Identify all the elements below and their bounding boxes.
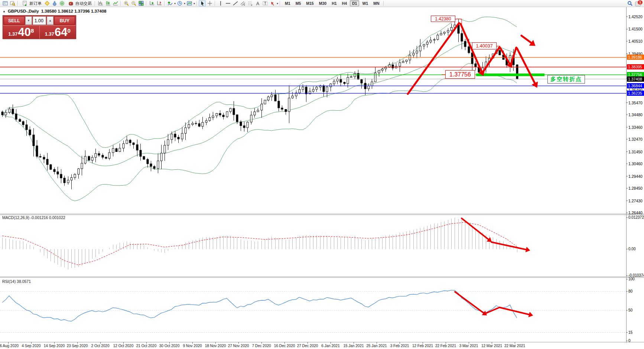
candle [12,109,14,114]
date-axis-label: 16 Dec 2020 [274,344,295,348]
turning-point-note[interactable]: 多空转折点 [547,75,585,84]
chart-header: ▲ GBPUSD-,Daily 1.38580 1.38612 1.37396 … [3,9,107,13]
candle [102,155,104,157]
trend-arrow[interactable] [500,307,530,315]
candle [108,153,110,159]
candle [354,74,356,77]
candle [350,77,352,78]
volume-increment-button[interactable]: ▲ [47,16,53,25]
macd-axis-tick: 0.012372 [628,215,644,220]
candle [302,87,304,89]
date-axis-label: 15 Jan 2021 [343,344,364,348]
rsi-line [2,290,517,322]
candle [136,145,138,150]
candle [216,113,218,116]
candle [140,150,142,157]
price-axis-tick: 1.31450 [628,150,643,154]
candle [167,140,169,145]
candle [392,65,394,68]
trend-arrow-head [528,312,533,317]
price-axis-tick: 1.26440 [628,211,643,215]
volume-input[interactable]: 1.00 [33,16,46,25]
candle [95,154,97,157]
candle [43,157,45,159]
price-callout-high[interactable]: 1.42380 [431,16,455,22]
trend-arrow[interactable] [483,47,500,72]
candle [143,156,145,159]
rsi-axis-tick: 50 [628,308,632,313]
candle [39,156,41,157]
candle [330,84,332,87]
candle [53,169,55,172]
candle [164,145,166,153]
candle [340,79,342,82]
price-axis-tick: 1.42520 [628,14,643,19]
macd-pane[interactable] [2,218,530,270]
sell-price-pips: 40 [18,26,30,38]
date-axis-label: 12 Oct 2020 [113,344,133,348]
candle [71,177,72,180]
candle [305,87,307,94]
buy-price[interactable]: 1.37 64 0 [40,26,76,39]
candle [333,81,335,84]
candle [123,144,124,148]
price-marker-1.36844: 1.36844 [627,83,644,88]
date-axis-label: 9 Nov 2020 [183,344,202,348]
candle [60,174,62,178]
candle [326,87,328,92]
candle [160,153,162,161]
rsi-axis-tick: 15 [628,330,632,335]
candle [413,53,414,55]
candle [464,41,466,47]
candle [181,133,183,139]
buy-button[interactable]: BUY [54,16,75,25]
rsi-axis-tick: 80 [628,289,632,294]
price-callout-support[interactable]: 1.37756 [445,70,475,79]
ohlc-readout: 1.38580 1.38612 1.37396 1.37408 [41,9,107,13]
sell-button[interactable]: SELL [4,16,25,25]
candle [198,124,200,126]
price-marker-1.36235: 1.36235 [627,91,644,96]
main-pane[interactable] [0,17,626,201]
candle [264,100,266,104]
candle [278,101,280,108]
candle [150,164,152,166]
price-axis-tick: 1.29440 [628,174,643,179]
price-axis-tick: 1.41500 [628,27,643,31]
candle [26,125,27,130]
trend-arrow[interactable] [491,242,527,250]
chart-canvas[interactable] [0,0,644,349]
candle [336,79,338,81]
candle [451,27,452,30]
candle [9,109,10,112]
candle [88,156,90,160]
candle [406,60,407,62]
date-axis-label: 30 Oct 2020 [159,344,179,348]
candle [67,180,69,183]
date-axis-label: 22 Feb 2021 [435,344,456,348]
date-axis-label: 3 Mar 2021 [459,344,478,348]
candle [426,42,428,44]
trend-arrow[interactable] [408,23,459,94]
sell-price[interactable]: 1.37 40 8 [3,26,40,39]
buy-price-pips: 64 [55,26,67,38]
candle [171,134,173,140]
date-axis-label: 3 Feb 2021 [390,344,409,348]
trend-arrow[interactable] [521,36,533,44]
collapse-panel-icon[interactable]: ▲ [3,10,6,13]
candle [185,128,186,133]
candle [312,89,314,91]
candle [344,82,345,84]
candle [236,115,238,122]
price-marker-1.39186: 1.39186 [627,55,644,60]
rsi-pane[interactable] [0,290,626,333]
volume-decrement-button[interactable]: ▼ [25,16,32,25]
date-axis-label: 12 Mar 2021 [481,344,502,348]
candle [174,134,176,137]
candle [440,33,442,35]
candle [133,143,134,145]
candle [5,112,7,115]
candle [178,137,179,139]
price-callout-bounce[interactable]: 1.40037 [472,42,497,49]
support-zone-bar[interactable] [476,74,544,76]
